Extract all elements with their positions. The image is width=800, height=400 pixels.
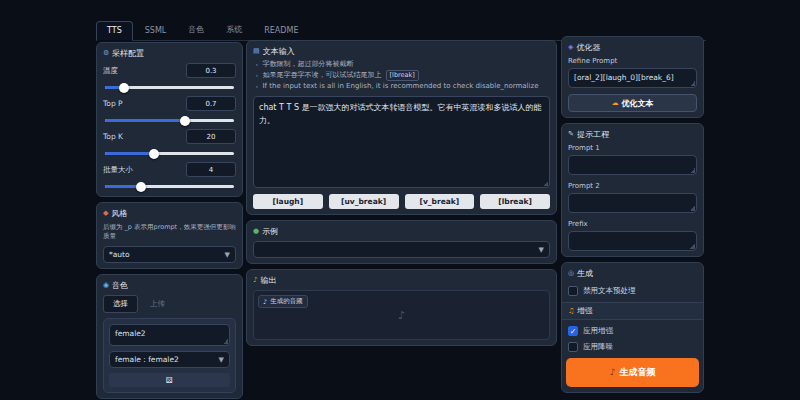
batch-size-label: 批量大小 xyxy=(103,165,133,175)
note-english-tip: • If the input text is all in English, i… xyxy=(253,81,550,92)
voice-header: ◉ 音色 xyxy=(103,280,236,291)
generated-audio-player[interactable]: ♪ 生成的音频 ♪ xyxy=(253,290,550,340)
voice-reroll-button[interactable]: ⚄ xyxy=(109,373,230,387)
left-column: ⚙ 采样配置 温度 0.3 Top P 0.7 xyxy=(96,42,243,400)
apply-denoise-checkbox[interactable] xyxy=(568,342,578,352)
tab-tts[interactable]: TTS xyxy=(96,21,133,41)
text-input-notes: • 字数限制，超过部分将被截断 • 如果尾字吞字不读，可以试试结尾加上 [lbr… xyxy=(253,59,550,92)
slider-thumb[interactable] xyxy=(149,149,159,159)
prompt2-input[interactable] xyxy=(568,193,697,213)
top-p-slider[interactable] xyxy=(105,119,234,122)
enhance-icon: ♫ xyxy=(568,308,574,315)
text-input-title: 文本输入 xyxy=(263,46,295,57)
enhance-subheader: ♫ 增强 xyxy=(562,302,703,320)
batch-size-slider[interactable] xyxy=(105,185,234,188)
lbreak-chip: [lbreak] xyxy=(386,70,419,81)
output-panel: ♪ 输出 ♪ 生成的音频 ♪ xyxy=(246,269,557,346)
resize-handle[interactable] xyxy=(690,206,695,211)
refiner-header: ◈ 优化器 xyxy=(568,42,697,53)
middle-column: ▤ 文本输入 • 字数限制，超过部分将被截断 • 如果尾字吞字不读，可以试试结尾… xyxy=(246,40,557,351)
note-text: 如果尾字吞字不读，可以试试结尾加上 xyxy=(263,70,382,81)
laugh-token-button[interactable]: [laugh] xyxy=(253,194,323,209)
chevron-down-icon: ▼ xyxy=(539,246,544,254)
examples-header: ● 示例 xyxy=(253,226,550,237)
examples-panel: ● 示例 ▼ xyxy=(246,220,557,264)
chevron-down-icon: ▼ xyxy=(219,356,224,364)
voice-tab-select[interactable]: 选择 xyxy=(103,295,138,313)
note-char-limit: • 字数限制，超过部分将被截断 xyxy=(253,59,550,70)
generation-header: ◎ 生成 xyxy=(562,263,703,280)
apply-enhance-checkbox[interactable]: ✓ xyxy=(568,326,578,336)
slider-top-k: Top K 20 xyxy=(103,129,236,155)
voice-inner-group: female2 female : female2 ▼ ⚄ xyxy=(103,318,236,393)
tab-system[interactable]: 系统 xyxy=(216,20,252,40)
prompt1-label: Prompt 1 xyxy=(568,144,697,152)
tab-voice[interactable]: 音色 xyxy=(178,20,214,40)
text-input-content: chat T T S 是一款强大的对话式文本转语音模型。它有中英混读和多说话人的… xyxy=(259,103,542,125)
refine-prompt-input[interactable]: [oral_2][laugh_0][break_6] xyxy=(568,68,697,88)
slider-thumb[interactable] xyxy=(119,83,129,93)
audio-label-chip: ♪ 生成的音频 xyxy=(258,295,308,308)
slider-thumb[interactable] xyxy=(136,182,146,192)
note-lbreak-tip: • 如果尾字吞字不读，可以试试结尾加上 [lbreak] xyxy=(253,70,550,81)
lbreak-token-button[interactable]: [lbreak] xyxy=(480,194,550,209)
resize-handle[interactable] xyxy=(690,81,695,86)
voice-dropdown[interactable]: female : female2 ▼ xyxy=(109,351,230,368)
voice-icon: ◉ xyxy=(103,282,109,289)
resize-handle[interactable] xyxy=(690,168,695,173)
output-title: 输出 xyxy=(260,275,276,286)
audio-placeholder-icon: ♪ xyxy=(398,309,405,322)
refine-button-label: 优化文本 xyxy=(622,98,654,109)
slider-thumb[interactable] xyxy=(180,116,190,126)
refine-magic-icon: ☁ xyxy=(612,100,619,107)
slider-fill xyxy=(105,152,154,155)
text-input-textarea[interactable]: chat T T S 是一款强大的对话式文本转语音模型。它有中英混读和多说话人的… xyxy=(253,96,550,188)
refine-prompt-label: Refine Prompt xyxy=(568,57,697,65)
prefix-input[interactable] xyxy=(568,231,697,251)
examples-dropdown[interactable]: ▼ xyxy=(253,241,550,258)
style-dropdown[interactable]: *auto ▼ xyxy=(103,246,236,263)
v-break-token-button[interactable]: [v_break] xyxy=(405,194,475,209)
output-header: ♪ 输出 xyxy=(253,275,550,286)
apply-denoise-label: 应用降噪 xyxy=(583,342,613,352)
apply-enhance-row[interactable]: ✓ 应用增强 xyxy=(568,326,697,336)
style-header: ◆ 风格 xyxy=(103,208,236,219)
tab-ssml[interactable]: SSML xyxy=(135,22,177,40)
top-k-value[interactable]: 20 xyxy=(186,129,236,144)
style-title: 风格 xyxy=(111,208,127,219)
note-text: 字数限制，超过部分将被截断 xyxy=(263,59,354,70)
disable-normalize-row[interactable]: 禁用文本预处理 xyxy=(568,286,697,296)
voice-tab-upload[interactable]: 上传 xyxy=(146,296,169,312)
prompt2-label: Prompt 2 xyxy=(568,182,697,190)
voice-name-input[interactable]: female2 xyxy=(109,324,230,346)
tab-readme[interactable]: README xyxy=(254,22,308,40)
refine-text-button[interactable]: ☁ 优化文本 xyxy=(568,94,697,112)
apply-denoise-row[interactable]: 应用降噪 xyxy=(568,342,697,352)
bullet-icon: • xyxy=(255,81,259,92)
resize-handle[interactable] xyxy=(690,244,695,249)
temperature-value[interactable]: 0.3 xyxy=(186,63,236,78)
enhance-title: 增强 xyxy=(577,306,592,316)
generate-audio-button[interactable]: ♪ 生成音频 xyxy=(566,358,699,387)
disable-normalize-label: 禁用文本预处理 xyxy=(583,286,636,296)
disable-normalize-checkbox[interactable] xyxy=(568,286,578,296)
examples-icon: ● xyxy=(253,228,259,235)
prompt-engineering-panel: ✎ 提示工程 Prompt 1 Prompt 2 Prefix xyxy=(561,123,704,257)
music-note-icon: ♪ xyxy=(263,298,267,306)
refiner-icon: ◈ xyxy=(568,44,573,51)
dice-icon: ⚄ xyxy=(166,376,173,385)
top-p-value[interactable]: 0.7 xyxy=(186,96,236,111)
top-p-label: Top P xyxy=(103,99,123,108)
top-k-slider[interactable] xyxy=(105,152,234,155)
style-dropdown-value: *auto xyxy=(109,250,130,259)
enhance-options: ✓ 应用增强 应用降噪 xyxy=(562,326,703,352)
examples-title: 示例 xyxy=(262,226,278,237)
resize-handle[interactable] xyxy=(543,181,548,186)
batch-size-value[interactable]: 4 xyxy=(186,162,236,177)
temperature-slider[interactable] xyxy=(105,86,234,89)
text-input-header: ▤ 文本输入 xyxy=(253,46,550,57)
resize-handle[interactable] xyxy=(223,339,228,344)
prompt-engineering-header: ✎ 提示工程 xyxy=(568,129,697,140)
prompt1-input[interactable] xyxy=(568,155,697,175)
uv-break-token-button[interactable]: [uv_break] xyxy=(329,194,399,209)
